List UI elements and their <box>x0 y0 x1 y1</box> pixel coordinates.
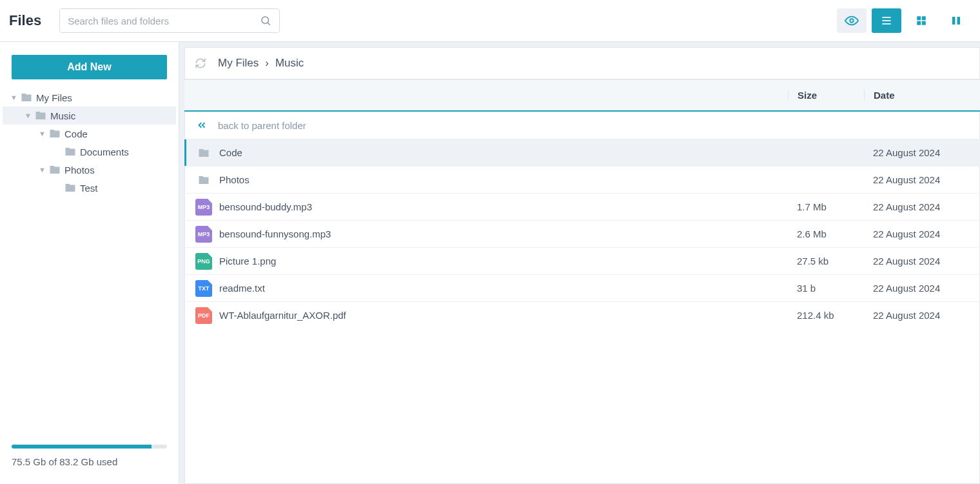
columns-icon <box>950 15 962 26</box>
file-row[interactable]: MP3bensound-buddy.mp31.7 Mb22 August 202… <box>184 193 980 220</box>
folder-icon <box>64 182 76 194</box>
tree-item-label: Documents <box>80 146 129 157</box>
chevron-down-icon[interactable]: ▼ <box>39 166 48 174</box>
folder-icon <box>64 146 76 157</box>
col-header-date[interactable]: Date <box>864 90 980 101</box>
folder-row[interactable]: Photos22 August 2024 <box>184 166 980 193</box>
file-name: readme.txt <box>219 283 265 294</box>
search-wrapper[interactable] <box>59 8 280 33</box>
file-row[interactable]: TXTreadme.txt31 b22 August 2024 <box>184 274 980 301</box>
search-input[interactable] <box>68 15 260 26</box>
folder-icon <box>21 92 32 103</box>
txt-file-icon: TXT <box>195 279 213 297</box>
sidebar: Add New ▼My Files▼Music▼CodeDocuments▼Ph… <box>0 42 179 484</box>
folder-tree: ▼My Files▼Music▼CodeDocuments▼PhotosTest <box>0 88 179 197</box>
file-badge: MP3 <box>195 226 212 243</box>
cell-size: 27.5 kb <box>788 256 864 267</box>
chevron-down-icon[interactable]: ▼ <box>10 94 19 101</box>
breadcrumb-item[interactable]: My Files <box>218 57 259 69</box>
folder-icon <box>35 110 46 121</box>
back-to-parent[interactable]: back to parent folder <box>184 112 980 139</box>
storage-meter: 75.5 Gb of 83.2 Gb used <box>0 445 179 484</box>
tree-item[interactable]: ▼My Files <box>3 88 176 106</box>
svg-rect-6 <box>917 16 921 20</box>
cell-name: MP3bensound-funnysong.mp3 <box>184 225 788 243</box>
svg-rect-10 <box>952 17 956 25</box>
mp3-file-icon: MP3 <box>195 225 213 243</box>
svg-rect-8 <box>917 21 921 25</box>
file-badge: TXT <box>195 280 212 297</box>
file-row[interactable]: PDFWT-Ablaufgarnitur_AXOR.pdf212.4 kb22 … <box>184 301 980 328</box>
storage-fill <box>12 445 152 449</box>
list-view-button[interactable] <box>872 8 901 33</box>
tree-item[interactable]: ▼Photos <box>3 161 176 179</box>
file-badge: MP3 <box>195 199 212 216</box>
cell-name: PDFWT-Ablaufgarnitur_AXOR.pdf <box>184 307 788 325</box>
cell-date: 22 August 2024 <box>864 228 980 239</box>
svg-rect-11 <box>957 17 961 25</box>
cell-size: 2.6 Mb <box>788 228 864 239</box>
breadcrumb-item[interactable]: Music <box>275 57 304 69</box>
eye-icon <box>845 14 859 28</box>
tree-item-label: Test <box>80 183 98 194</box>
tree-item[interactable]: ▼Music <box>3 106 176 125</box>
tree-item[interactable]: ▼Code <box>3 125 176 143</box>
tree-item[interactable]: Test <box>3 179 176 197</box>
cell-name: MP3bensound-buddy.mp3 <box>184 198 788 216</box>
table-header: Size Date <box>184 79 980 112</box>
app-title: Files <box>9 12 41 29</box>
preview-toggle-button[interactable] <box>837 8 867 33</box>
cell-size: 1.7 Mb <box>788 201 864 212</box>
chevron-down-icon[interactable]: ▼ <box>39 130 48 137</box>
chevron-right-icon: › <box>265 57 269 69</box>
col-header-size[interactable]: Size <box>788 90 864 101</box>
cell-date: 22 August 2024 <box>864 147 980 158</box>
add-new-button[interactable]: Add New <box>12 55 167 79</box>
tree-item-label: My Files <box>36 92 72 103</box>
file-list: Code22 August 2024Photos22 August 2024MP… <box>184 139 980 328</box>
split-view-button[interactable] <box>941 8 971 33</box>
grid-icon <box>916 15 927 26</box>
topbar: Files <box>0 0 980 42</box>
file-name: bensound-funnysong.mp3 <box>219 228 331 239</box>
cell-name: Code <box>184 144 788 162</box>
tree-item-label: Music <box>50 110 75 121</box>
storage-bar <box>12 445 167 449</box>
svg-line-1 <box>268 23 270 25</box>
cell-date: 22 August 2024 <box>864 256 980 267</box>
file-name: bensound-buddy.mp3 <box>219 201 312 212</box>
breadcrumb: My Files›Music <box>184 47 980 79</box>
tree-item-label: Photos <box>64 165 95 176</box>
view-toolbar <box>837 8 971 33</box>
back-label: back to parent folder <box>218 120 306 131</box>
png-file-icon: PNG <box>195 252 213 270</box>
cell-name: PNGPicture 1.png <box>184 252 788 270</box>
file-name: WT-Ablaufgarnitur_AXOR.pdf <box>219 310 346 321</box>
chevrons-left-icon <box>196 119 218 131</box>
folder-row[interactable]: Code22 August 2024 <box>184 139 980 166</box>
svg-point-2 <box>850 19 854 23</box>
tree-item-label: Code <box>64 128 88 139</box>
list-icon <box>880 14 893 27</box>
storage-text: 75.5 Gb of 83.2 Gb used <box>12 456 167 467</box>
cell-size: 31 b <box>788 283 864 294</box>
cell-date: 22 August 2024 <box>864 174 980 185</box>
cell-date: 22 August 2024 <box>864 201 980 212</box>
grid-view-button[interactable] <box>906 8 936 33</box>
content-pane: My Files›Music Size Date back to parent … <box>179 42 980 484</box>
chevron-down-icon[interactable]: ▼ <box>24 112 34 119</box>
file-name: Code <box>219 147 242 158</box>
cell-name: TXTreadme.txt <box>184 279 788 297</box>
svg-rect-9 <box>922 21 926 25</box>
search-icon <box>260 15 271 26</box>
tree-item[interactable]: Documents <box>3 143 176 161</box>
svg-point-0 <box>262 17 269 24</box>
folder-icon <box>49 128 61 139</box>
file-row[interactable]: MP3bensound-funnysong.mp32.6 Mb22 August… <box>184 220 980 247</box>
folder-icon <box>195 171 213 189</box>
cell-size: 212.4 kb <box>788 310 864 321</box>
pdf-file-icon: PDF <box>195 307 213 325</box>
file-row[interactable]: PNGPicture 1.png27.5 kb22 August 2024 <box>184 247 980 274</box>
refresh-icon[interactable] <box>195 57 206 69</box>
cell-date: 22 August 2024 <box>864 283 980 294</box>
